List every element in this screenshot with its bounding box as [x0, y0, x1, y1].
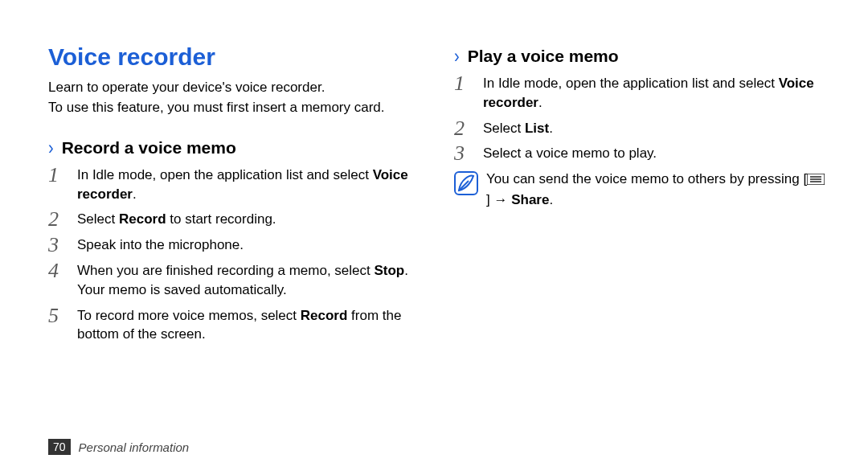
record-step-1: In Idle mode, open the application list … [48, 162, 422, 207]
step-text-post: to start recording. [166, 211, 276, 227]
right-column: › Play a voice memo In Idle mode, open t… [454, 32, 828, 471]
footer-section-name: Personal information [79, 440, 190, 454]
chevron-right-icon: › [48, 138, 54, 158]
note-bold: Share [511, 192, 549, 207]
note-pre: You can send the voice memo to others by… [486, 171, 807, 186]
note-text: You can send the voice memo to others by… [486, 170, 828, 210]
step-text: To record more voice memos, select [77, 308, 301, 323]
play-step-3: Select a voice memo to play. [454, 141, 828, 166]
record-step-4: When you are finished recording a memo, … [48, 258, 422, 303]
record-step-5: To record more voice memos, select Recor… [48, 303, 422, 348]
step-text-post: . [133, 186, 137, 202]
step-text: Select a voice memo to play. [483, 145, 657, 161]
play-step-2: Select List. [454, 116, 828, 141]
intro-line-1: Learn to operate your device's voice rec… [48, 79, 422, 97]
step-text: Select [77, 211, 119, 227]
play-step-1: In Idle mode, open the application list … [454, 71, 828, 116]
left-column: Voice recorder Learn to operate your dev… [48, 32, 422, 471]
step-bold: Record [301, 308, 348, 323]
note-post: . [549, 192, 553, 207]
step-bold: Record [119, 211, 166, 227]
play-subheading: › Play a voice memo [454, 47, 828, 66]
record-steps: In Idle mode, open the application list … [48, 162, 422, 347]
step-bold: List [525, 121, 549, 136]
record-step-2: Select Record to start recording. [48, 207, 422, 232]
step-text-post: . [549, 121, 553, 136]
step-text: Select [483, 121, 525, 136]
menu-icon [807, 171, 825, 190]
play-heading-text: Play a voice memo [468, 47, 619, 66]
play-steps: In Idle mode, open the application list … [454, 71, 828, 166]
page-footer: 70 Personal information [48, 439, 189, 455]
record-heading-text: Record a voice memo [62, 138, 236, 158]
chevron-right-icon: › [454, 47, 460, 66]
step-text-post: . [538, 95, 542, 110]
note-icon [454, 171, 478, 199]
step-text: In Idle mode, open the application list … [77, 167, 373, 182]
step-bold: Stop [374, 263, 404, 278]
step-text: Speak into the microphone. [77, 237, 244, 252]
step-text: When you are finished recording a memo, … [77, 263, 374, 278]
manual-page: Voice recorder Learn to operate your dev… [0, 0, 868, 471]
intro-line-2: To use this feature, you must first inse… [48, 99, 422, 117]
page-number: 70 [48, 439, 71, 455]
page-title: Voice recorder [48, 43, 422, 71]
record-subheading: › Record a voice memo [48, 138, 422, 158]
note-row: You can send the voice memo to others by… [454, 170, 828, 210]
step-text: In Idle mode, open the application list … [483, 76, 779, 91]
note-mid: ] → [486, 192, 511, 207]
record-step-3: Speak into the microphone. [48, 232, 422, 258]
